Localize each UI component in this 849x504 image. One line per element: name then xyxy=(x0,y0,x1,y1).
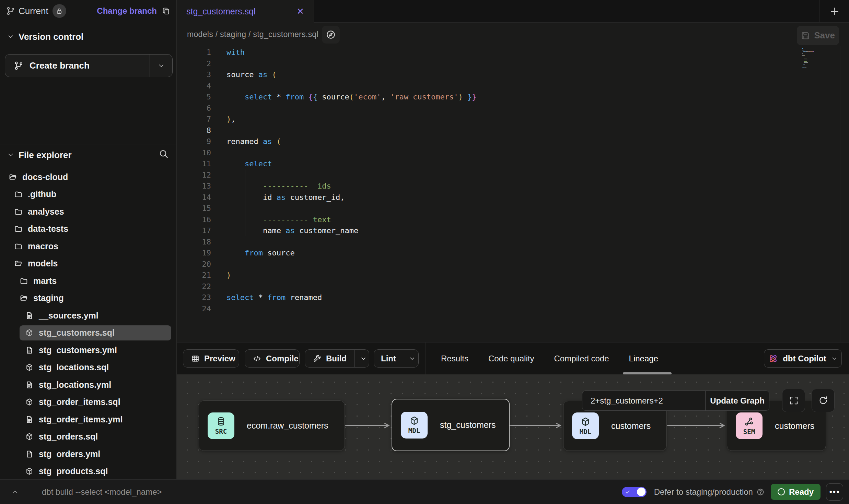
refresh-button[interactable] xyxy=(812,389,835,412)
line-content: ---------- text xyxy=(226,214,331,226)
version-control-header[interactable]: Version control xyxy=(0,29,176,45)
code-line-20[interactable]: 20 xyxy=(177,259,849,270)
lock-icon xyxy=(56,8,63,15)
code-line-16[interactable]: 16 ---------- text xyxy=(177,214,849,226)
lint-button[interactable]: Lint xyxy=(374,349,419,368)
search-icon[interactable] xyxy=(159,149,169,159)
code-line-21[interactable]: 21) xyxy=(177,270,849,281)
command-input-placeholder[interactable]: dbt build --select <model_name> xyxy=(42,487,162,497)
file-row-stg-order-items-yml[interactable]: stg_order_items.yml xyxy=(0,411,176,428)
tab-stg-customers-sql[interactable]: stg_customers.sql ✕ xyxy=(177,0,314,23)
command-bar-expand[interactable] xyxy=(0,480,30,504)
line-number: 24 xyxy=(177,303,211,315)
folder-row--github[interactable]: .github xyxy=(0,186,176,203)
code-line-9[interactable]: 9renamed as ( xyxy=(177,136,849,147)
line-content: id as customer_id, xyxy=(226,192,345,203)
code-line-2[interactable]: 2 xyxy=(177,58,849,70)
tab-title: stg_customers.sql xyxy=(186,7,255,16)
minimap[interactable] xyxy=(802,48,833,69)
code-line-17[interactable]: 17 name as customer_name xyxy=(177,225,849,237)
folder-row-models[interactable]: models xyxy=(0,255,176,273)
code-line-14[interactable]: 14 id as customer_id, xyxy=(177,192,849,203)
ide-status-badge[interactable]: Ready xyxy=(771,484,821,500)
folder-icon xyxy=(14,207,23,216)
panel-tab-compiled-code[interactable]: Compiled code xyxy=(554,354,609,363)
code-line-13[interactable]: 13 ---------- ids xyxy=(177,181,849,192)
badge-label: MDL xyxy=(408,427,420,434)
lineage-panel[interactable]: SRCecom.raw_customersMDLstg_customersMDL… xyxy=(177,374,849,479)
wrench-icon xyxy=(313,354,322,363)
file-row-stg-products-sql[interactable]: stg_products.sql xyxy=(0,463,176,480)
code-line-7[interactable]: 7), xyxy=(177,114,849,125)
yaml-file-icon xyxy=(25,311,34,320)
file-row-stg-customers-sql[interactable]: stg_customers.sql xyxy=(0,324,176,342)
build-dropdown[interactable] xyxy=(354,350,372,367)
create-branch-dropdown[interactable] xyxy=(150,55,172,77)
more-options-button[interactable]: ••• xyxy=(826,483,843,501)
badge-label: SEM xyxy=(743,428,755,435)
save-button[interactable]: Save xyxy=(797,26,839,45)
navigate-file-button[interactable] xyxy=(322,26,340,44)
compile-button[interactable]: Compile xyxy=(245,349,300,368)
dbt-copilot-button[interactable]: dbt Copilot xyxy=(764,349,842,368)
folder-row-marts[interactable]: marts xyxy=(0,272,176,290)
folder-row-staging[interactable]: staging xyxy=(0,290,176,307)
code-line-24[interactable]: 24 xyxy=(177,303,849,315)
line-number: 22 xyxy=(177,281,211,292)
lineage-selector-input[interactable] xyxy=(582,391,705,410)
file-explorer-header[interactable]: File explorer xyxy=(0,147,176,163)
code-line-11[interactable]: 11 select xyxy=(177,158,849,170)
code-line-1[interactable]: 1with xyxy=(177,47,849,58)
code-line-6[interactable]: 6 xyxy=(177,103,849,114)
node-label: customers xyxy=(611,421,651,431)
file-row-stg-orders-yml[interactable]: stg_orders.yml xyxy=(0,445,176,463)
line-number: 16 xyxy=(177,214,211,226)
folder-row-docs-cloud[interactable]: docs-cloud xyxy=(0,168,176,186)
panel-tab-lineage[interactable]: Lineage xyxy=(629,354,658,363)
code-line-22[interactable]: 22 xyxy=(177,281,849,292)
copy-icon[interactable] xyxy=(162,7,170,15)
preview-button[interactable]: Preview xyxy=(183,349,239,368)
code-line-10[interactable]: 10 xyxy=(177,147,849,159)
line-content: select xyxy=(226,158,272,170)
code-line-18[interactable]: 18 xyxy=(177,237,849,248)
line-number: 6 xyxy=(177,103,211,114)
file-row-stg-locations-yml[interactable]: stg_locations.yml xyxy=(0,376,176,394)
new-tab-button[interactable] xyxy=(819,0,849,22)
defer-toggle[interactable] xyxy=(622,487,647,497)
line-content: with xyxy=(226,47,245,58)
create-branch-button[interactable]: Create branch xyxy=(5,54,173,77)
file-row--sources-yml[interactable]: __sources.yml xyxy=(0,307,176,324)
file-row-stg-orders-sql[interactable]: stg_orders.sql xyxy=(0,428,176,446)
code-line-19[interactable]: 19 from source xyxy=(177,248,849,259)
lint-dropdown[interactable] xyxy=(403,350,421,367)
panel-tab-results[interactable]: Results xyxy=(441,354,468,363)
code-line-3[interactable]: 3source as ( xyxy=(177,69,849,81)
build-button[interactable]: Build xyxy=(305,349,369,368)
lineage-node-mdl-stg-customers[interactable]: MDLstg_customers xyxy=(392,399,510,451)
line-content: name as customer_name xyxy=(226,225,358,237)
code-line-5[interactable]: 5 select * from {{ source('ecom', 'raw_c… xyxy=(177,92,849,103)
close-tab-icon[interactable]: ✕ xyxy=(296,7,304,16)
code-line-15[interactable]: 15 xyxy=(177,203,849,214)
code-line-4[interactable]: 4 xyxy=(177,81,849,92)
editor-scrollbar[interactable] xyxy=(840,46,849,342)
panel-tab-code-quality[interactable]: Code quality xyxy=(488,354,534,363)
update-graph-button[interactable]: Update Graph xyxy=(705,391,769,410)
code-editor[interactable]: 1with23source as (45 select * from {{ so… xyxy=(177,46,849,342)
file-row-stg-locations-sql[interactable]: stg_locations.sql xyxy=(0,359,176,376)
folder-row-macros[interactable]: macros xyxy=(0,238,176,255)
badge-label: SRC xyxy=(215,428,227,435)
fullscreen-button[interactable] xyxy=(782,389,805,412)
folder-row-data-tests[interactable]: data-tests xyxy=(0,220,176,238)
file-row-stg-customers-yml[interactable]: stg_customers.yml xyxy=(0,341,176,359)
code-line-8[interactable]: 8 xyxy=(177,125,849,136)
file-row-stg-order-items-sql[interactable]: stg_order_items.sql xyxy=(0,394,176,411)
change-branch-link[interactable]: Change branch xyxy=(97,6,157,16)
lineage-node-src-ecom-raw-customers[interactable]: SRCecom.raw_customers xyxy=(199,400,345,451)
code-line-12[interactable]: 12 xyxy=(177,170,849,181)
folder-row-analyses[interactable]: analyses xyxy=(0,203,176,220)
line-number: 1 xyxy=(177,47,211,58)
help-icon[interactable] xyxy=(756,488,765,496)
code-line-23[interactable]: 23select * from renamed xyxy=(177,292,849,303)
